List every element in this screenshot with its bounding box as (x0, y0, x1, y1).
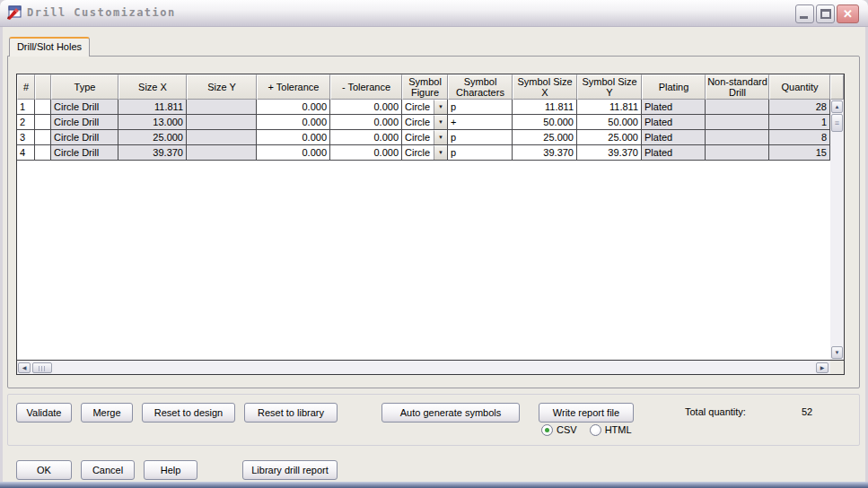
column-header-size-y[interactable]: Size Y (187, 74, 257, 100)
cell-selector[interactable] (35, 145, 51, 161)
scroll-up-icon: ▲ (835, 104, 840, 109)
write-report-file-button[interactable]: Write report file (539, 403, 634, 423)
radio-csv[interactable] (541, 424, 553, 436)
cell-symbol-figure[interactable]: Circle ▼ (402, 100, 448, 115)
cell-minus-tolerance[interactable]: 0.000 (330, 115, 402, 130)
cell-index: 2 (17, 115, 35, 130)
column-header-stub (830, 74, 844, 100)
column-header-non-standard-drill[interactable]: Non-standard Drill (706, 74, 769, 100)
cell-minus-tolerance[interactable]: 0.000 (330, 145, 402, 161)
merge-button[interactable]: Merge (81, 403, 133, 423)
title-bar[interactable]: Drill Customization ✕ (0, 0, 868, 27)
maximize-icon (820, 9, 831, 19)
scroll-down-icon: ▼ (835, 350, 840, 355)
column-header-symbol-figure[interactable]: Symbol Figure (402, 74, 448, 100)
cell-size-x: 13.000 (118, 115, 187, 130)
column-header-symbol-size-x[interactable]: Symbol Size X (513, 74, 577, 100)
column-header-plus-tolerance[interactable]: + Tolerance (257, 74, 330, 100)
column-header-type[interactable]: Type (51, 74, 118, 100)
ok-button[interactable]: OK (16, 460, 72, 480)
cell-symbol-size-x[interactable]: 25.000 (513, 130, 577, 145)
cell-type: Circle Drill (51, 130, 118, 145)
column-header-plating[interactable]: Plating (642, 74, 706, 100)
column-header-selector[interactable] (35, 74, 51, 100)
close-button[interactable]: ✕ (837, 4, 859, 23)
cell-minus-tolerance[interactable]: 0.000 (330, 130, 402, 145)
cell-symbol-characters[interactable]: p (448, 100, 513, 115)
cell-size-x: 39.370 (118, 145, 187, 161)
cell-plating: Plated (642, 115, 706, 130)
scroll-left-button[interactable]: ◀ (18, 362, 31, 373)
window-controls: ✕ (795, 4, 859, 23)
cell-plating: Plated (642, 100, 706, 115)
cell-type: Circle Drill (51, 115, 118, 130)
cell-selector[interactable] (35, 115, 51, 130)
symbol-figure-value: Circle (402, 145, 434, 160)
symbol-figure-dropdown-button[interactable]: ▼ (434, 130, 447, 144)
scroll-down-button[interactable]: ▼ (831, 346, 843, 359)
cell-symbol-size-x[interactable]: 50.000 (513, 115, 577, 130)
column-header-symbol-size-y[interactable]: Symbol Size Y (577, 74, 642, 100)
cell-symbol-size-y[interactable]: 25.000 (577, 130, 642, 145)
cell-symbol-figure[interactable]: Circle ▼ (402, 145, 448, 161)
cell-minus-tolerance[interactable]: 0.000 (330, 100, 402, 115)
table-header-row: # Type Size X Size Y + Tolerance - Toler… (17, 74, 844, 100)
cell-symbol-figure[interactable]: Circle ▼ (402, 115, 448, 130)
cell-selector[interactable] (35, 130, 51, 145)
scrollbar-corner (830, 360, 844, 374)
cell-symbol-size-y[interactable]: 50.000 (577, 115, 642, 130)
app-icon (6, 5, 22, 21)
cell-quantity: 8 (769, 130, 830, 145)
vertical-scrollbar[interactable]: ▲ ≡ ▼ (830, 100, 844, 360)
cancel-button[interactable]: Cancel (81, 460, 135, 480)
cell-plus-tolerance[interactable]: 0.000 (257, 115, 330, 130)
cell-symbol-characters[interactable]: + (448, 115, 513, 130)
library-drill-report-button[interactable]: Library drill report (242, 460, 338, 480)
close-icon: ✕ (843, 7, 853, 21)
table-rows-area: 1 Circle Drill 11.811 0.000 0.000 Circle… (17, 100, 830, 360)
column-header-symbol-characters[interactable]: Symbol Characters (448, 74, 513, 100)
cell-symbol-size-y[interactable]: 11.811 (577, 100, 642, 115)
cell-symbol-size-y[interactable]: 39.370 (577, 145, 642, 161)
symbol-figure-dropdown-button[interactable]: ▼ (434, 145, 447, 160)
vertical-scrollbar-thumb[interactable]: ≡ (831, 114, 843, 132)
scroll-right-button[interactable]: ▶ (816, 362, 829, 373)
cell-plus-tolerance[interactable]: 0.000 (257, 100, 330, 115)
cell-symbol-characters[interactable]: p (448, 145, 513, 161)
column-header-index[interactable]: # (17, 74, 35, 100)
cell-plating: Plated (642, 130, 706, 145)
cell-plating: Plated (642, 145, 706, 161)
reset-to-design-button[interactable]: Reset to design (142, 403, 235, 423)
symbol-figure-dropdown-button[interactable]: ▼ (434, 115, 447, 129)
symbol-figure-dropdown-button[interactable]: ▼ (434, 100, 447, 114)
minimize-button[interactable] (795, 4, 814, 23)
symbol-figure-value: Circle (402, 115, 434, 129)
cell-size-y (187, 145, 257, 161)
column-header-size-x[interactable]: Size X (118, 74, 187, 100)
reset-to-library-button[interactable]: Reset to library (244, 403, 338, 423)
horizontal-scrollbar[interactable]: ◀ ▶ (17, 360, 830, 374)
table-row: 2 Circle Drill 13.000 0.000 0.000 Circle… (17, 115, 830, 130)
drill-table: # Type Size X Size Y + Tolerance - Toler… (16, 74, 845, 375)
cell-symbol-size-x[interactable]: 11.811 (513, 100, 577, 115)
maximize-button[interactable] (816, 4, 835, 23)
help-button[interactable]: Help (144, 460, 197, 480)
radio-html[interactable] (590, 424, 601, 436)
cell-symbol-characters[interactable]: p (448, 130, 513, 145)
cell-symbol-size-x[interactable]: 39.370 (513, 145, 577, 161)
column-header-minus-tolerance[interactable]: - Tolerance (330, 74, 402, 100)
validate-button[interactable]: Validate (16, 403, 72, 423)
column-header-quantity[interactable]: Quantity (769, 74, 830, 100)
scroll-up-button[interactable]: ▲ (831, 100, 843, 113)
cell-plus-tolerance[interactable]: 0.000 (257, 130, 330, 145)
window-bottom-edge (0, 482, 868, 488)
cell-symbol-figure[interactable]: Circle ▼ (402, 130, 448, 145)
cell-selector[interactable] (35, 100, 51, 115)
cell-plus-tolerance[interactable]: 0.000 (257, 145, 330, 161)
auto-generate-symbols-button[interactable]: Auto generate symbols (381, 403, 520, 423)
radio-csv-label[interactable]: CSV (557, 424, 577, 436)
cell-index: 1 (17, 100, 35, 115)
horizontal-scrollbar-thumb[interactable] (32, 362, 52, 373)
radio-html-label[interactable]: HTML (605, 424, 632, 436)
tab-drill-slot-holes[interactable]: Drill/Slot Holes (9, 37, 90, 57)
